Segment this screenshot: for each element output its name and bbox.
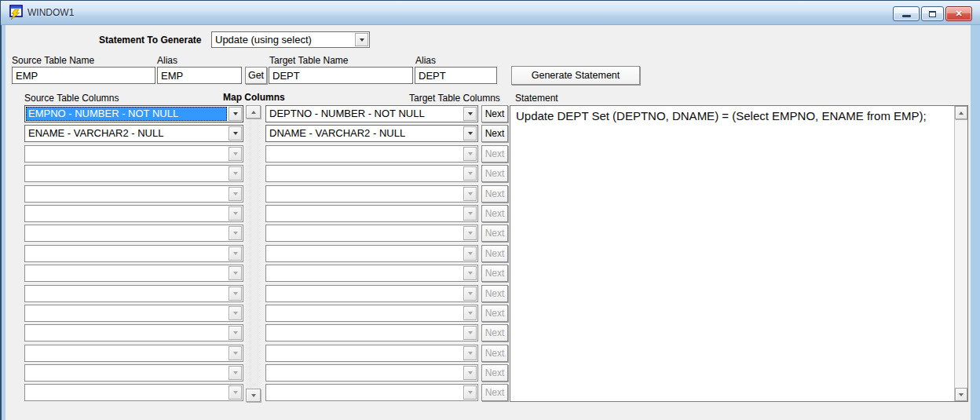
target-column-combo[interactable]: DNAME - VARCHAR2 - NULL: [265, 125, 478, 142]
chevron-down-icon[interactable]: [229, 385, 242, 400]
next-button[interactable]: Next: [481, 305, 508, 322]
chevron-down-icon[interactable]: [463, 366, 477, 380]
chevron-down-icon[interactable]: [229, 366, 242, 380]
scroll-up-icon[interactable]: [955, 106, 967, 119]
target-column-combo[interactable]: [265, 324, 478, 341]
get-button[interactable]: Get: [245, 67, 267, 84]
chevron-down-icon[interactable]: [463, 306, 477, 320]
next-button[interactable]: Next: [481, 165, 508, 182]
source-table-name-input[interactable]: [12, 67, 155, 84]
target-column-combo[interactable]: [265, 285, 478, 302]
next-button[interactable]: Next: [481, 285, 508, 302]
source-column-combo[interactable]: [24, 245, 243, 262]
target-column-combo[interactable]: [265, 225, 478, 242]
target-column-combo[interactable]: [265, 364, 478, 382]
statement-type-combo[interactable]: Update (using select): [211, 31, 370, 48]
source-column-combo[interactable]: [24, 185, 243, 203]
scroll-down-icon[interactable]: [246, 389, 261, 402]
chevron-down-icon[interactable]: [229, 147, 242, 161]
next-button[interactable]: Next: [481, 245, 508, 262]
source-column-combo[interactable]: [24, 364, 243, 382]
target-column-combo[interactable]: [265, 265, 478, 282]
source-alias-input[interactable]: [157, 67, 242, 84]
next-button[interactable]: Next: [481, 125, 508, 142]
source-column-combo[interactable]: [24, 165, 243, 182]
app-icon: [8, 5, 24, 20]
title-bar[interactable]: WINDOW1 ✕: [1, 1, 980, 25]
chevron-down-icon[interactable]: [229, 226, 242, 240]
chevron-down-icon[interactable]: [463, 187, 477, 201]
source-column-combo[interactable]: ENAME - VARCHAR2 - NULL: [24, 125, 243, 142]
column-map-row: EMPNO - NUMBER - NOT NULL DEPTNO - NUMBE…: [24, 105, 508, 122]
source-column-combo[interactable]: EMPNO - NUMBER - NOT NULL: [24, 105, 243, 122]
chevron-down-icon[interactable]: [463, 385, 477, 400]
chevron-down-icon[interactable]: [463, 266, 477, 280]
source-column-combo[interactable]: [24, 205, 243, 222]
target-column-combo[interactable]: DEPTNO - NUMBER - NOT NULL: [265, 105, 478, 122]
chevron-down-icon[interactable]: [229, 107, 242, 121]
statement-textarea[interactable]: Update DEPT Set (DEPTNO, DNAME) = (Selec…: [510, 105, 968, 402]
chevron-down-icon[interactable]: [229, 266, 242, 280]
column-list-scrollbar[interactable]: [246, 105, 261, 402]
source-column-combo[interactable]: [24, 324, 243, 341]
target-column-combo[interactable]: [265, 345, 478, 362]
source-column-combo[interactable]: [24, 285, 243, 302]
chevron-down-icon[interactable]: [229, 306, 242, 320]
target-column-combo[interactable]: [265, 165, 478, 182]
source-column-combo[interactable]: [24, 265, 243, 282]
chevron-down-icon[interactable]: [463, 147, 477, 161]
close-button[interactable]: ✕: [945, 6, 972, 21]
chevron-down-icon[interactable]: [463, 326, 477, 340]
chevron-down-icon[interactable]: [229, 206, 242, 221]
chevron-down-icon[interactable]: [463, 346, 477, 360]
scroll-up-icon[interactable]: [246, 105, 261, 119]
client-area: Statement To Generate Update (using sele…: [5, 25, 971, 420]
next-button[interactable]: Next: [481, 364, 508, 382]
source-column-combo[interactable]: [24, 345, 243, 362]
target-column-combo[interactable]: [265, 245, 478, 262]
target-column-combo[interactable]: [265, 205, 478, 222]
chevron-down-icon[interactable]: [463, 206, 477, 221]
target-column-combo[interactable]: [265, 185, 478, 203]
next-button[interactable]: Next: [481, 225, 508, 242]
chevron-down-icon[interactable]: [229, 166, 242, 181]
next-button[interactable]: Next: [481, 185, 508, 203]
target-alias-input[interactable]: [415, 67, 497, 84]
next-button[interactable]: Next: [481, 384, 508, 401]
next-button[interactable]: Next: [481, 145, 508, 163]
statement-header: Statement: [515, 93, 558, 104]
target-column-value: DEPTNO - NUMBER - NOT NULL: [267, 107, 462, 121]
target-table-name-input[interactable]: [269, 67, 413, 84]
chevron-down-icon[interactable]: [463, 247, 477, 261]
minimize-button[interactable]: [893, 6, 920, 21]
chevron-down-icon[interactable]: [463, 287, 477, 301]
chevron-down-icon[interactable]: [463, 226, 477, 240]
generate-statement-button[interactable]: Generate Statement: [511, 66, 640, 85]
source-column-combo[interactable]: [24, 305, 243, 322]
chevron-down-icon[interactable]: [463, 107, 477, 121]
source-column-combo[interactable]: [24, 384, 243, 401]
chevron-down-icon[interactable]: [229, 326, 242, 340]
chevron-down-icon[interactable]: [229, 346, 242, 360]
next-button[interactable]: Next: [481, 205, 508, 222]
source-column-combo[interactable]: [24, 225, 243, 242]
chevron-down-icon[interactable]: [355, 33, 368, 46]
chevron-down-icon[interactable]: [229, 287, 242, 301]
column-map-row: Next: [24, 245, 508, 262]
chevron-down-icon[interactable]: [463, 166, 477, 181]
maximize-button[interactable]: [921, 6, 944, 21]
next-button[interactable]: Next: [481, 105, 508, 122]
next-button[interactable]: Next: [481, 324, 508, 341]
chevron-down-icon[interactable]: [229, 126, 242, 141]
statement-scrollbar[interactable]: [954, 106, 967, 401]
target-column-combo[interactable]: [265, 384, 478, 401]
chevron-down-icon[interactable]: [229, 247, 242, 261]
scroll-down-icon[interactable]: [955, 388, 967, 401]
target-column-combo[interactable]: [265, 145, 478, 163]
next-button[interactable]: Next: [481, 345, 508, 362]
next-button[interactable]: Next: [481, 265, 508, 282]
target-column-combo[interactable]: [265, 305, 478, 322]
chevron-down-icon[interactable]: [229, 187, 242, 201]
chevron-down-icon[interactable]: [463, 126, 477, 141]
source-column-combo[interactable]: [24, 145, 243, 163]
